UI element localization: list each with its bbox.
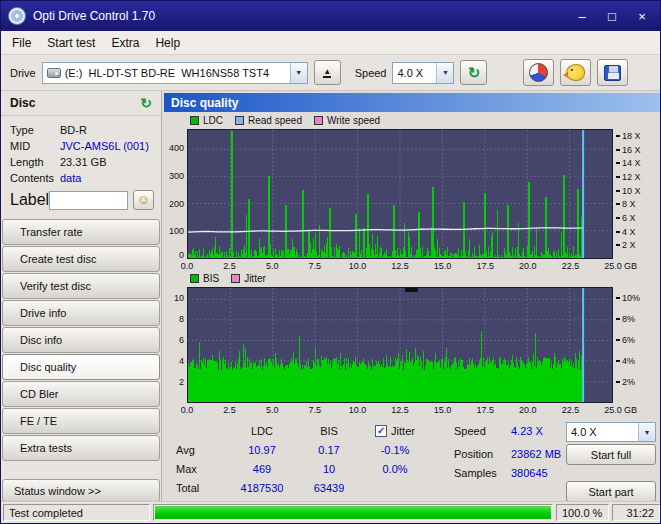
speed-select-bottom-value: 4.0 X: [567, 423, 638, 441]
field-value-contents[interactable]: data: [60, 171, 81, 185]
status-window-button[interactable]: Status window >>: [2, 479, 160, 502]
stat-total-ldc: 4187530: [224, 482, 300, 494]
ldc-swatch-icon: [190, 116, 199, 125]
x-tick-label: 5.0: [266, 405, 279, 415]
panel-title: Disc quality: [164, 93, 660, 112]
field-label: Contents: [10, 171, 60, 185]
sidebar-item-create-test-disc[interactable]: Create test disc: [2, 246, 160, 272]
axis-tick-label: 10 X: [616, 186, 641, 196]
x-tick-label: 20.0: [519, 405, 537, 415]
menu-extra[interactable]: Extra: [103, 32, 147, 54]
menubar: FileStart testExtraHelp: [1, 31, 660, 55]
disc-panel-title: Disc: [10, 96, 140, 110]
chart2: 108642 10%8%6%4%2%: [162, 287, 661, 403]
menu-start-test[interactable]: Start test: [39, 32, 103, 54]
maximize-button[interactable]: □: [597, 4, 627, 28]
samples-value: 380645: [511, 467, 548, 479]
stat-total-bis: 63439: [300, 482, 358, 494]
field-label: Type: [10, 123, 60, 137]
axis-tick-label: 400: [169, 143, 184, 153]
axis-tick-label: 10%: [616, 293, 640, 303]
chart2-right-axis: 10%8%6%4%2%: [614, 287, 661, 403]
menu-help[interactable]: Help: [147, 32, 188, 54]
x-tick-label: 17.5: [476, 261, 494, 271]
x-tick-label: 12.5: [391, 405, 409, 415]
sidebar-item-extra-tests[interactable]: Extra tests: [2, 435, 160, 461]
drive-label: Drive: [10, 67, 36, 79]
speed-select-bottom[interactable]: 4.0 X ▼: [566, 422, 656, 442]
sidebar-item-cd-bler[interactable]: CD Bler: [2, 381, 160, 407]
field-value-type: BD-R: [60, 123, 87, 137]
stat-avg-jitter: -0.1%: [358, 444, 432, 456]
eject-icon: ▲: [323, 68, 331, 78]
x-tick-label: 15.0: [434, 405, 452, 415]
x-tick-label: 20.0: [519, 261, 537, 271]
chart1-svg: [188, 130, 612, 258]
chevron-down-icon[interactable]: ▼: [290, 63, 307, 83]
jitter-toggle[interactable]: ✓Jitter: [358, 425, 432, 437]
legend-label: LDC: [203, 115, 223, 126]
stats-table: LDCBIS✓JitterAvg10.970.17-0.1%Max469100.…: [176, 421, 432, 497]
position-value: 23862 MB: [511, 448, 561, 460]
disc-label-row: Label ☺: [1, 190, 161, 210]
stats-panel: LDCBIS✓JitterAvg10.970.17-0.1%Max469100.…: [162, 421, 661, 503]
eject-button[interactable]: ▲: [314, 60, 341, 85]
disc-refresh-icon[interactable]: ↻: [140, 95, 152, 111]
axis-tick-label: 4: [179, 356, 184, 366]
field-label: MID: [10, 139, 60, 153]
speed-label: Speed: [355, 67, 387, 79]
x-tick-label: 22.5: [562, 261, 580, 271]
x-tick-label: 7.5: [309, 261, 322, 271]
mascot-tool-button[interactable]: [560, 59, 591, 86]
sidebar-item-disc-quality[interactable]: Disc quality: [2, 354, 160, 380]
chevron-down-icon[interactable]: ▼: [436, 63, 453, 83]
main-panel: Disc quality LDCRead speedWrite speed 40…: [162, 91, 661, 503]
smiley-icon-button[interactable]: ☺: [133, 190, 154, 210]
chevron-down-icon[interactable]: ▼: [638, 423, 655, 441]
sidebar-item-fe-te[interactable]: FE / TE: [2, 408, 160, 434]
start-part-button[interactable]: Start part: [566, 481, 656, 502]
disc-label-input[interactable]: [49, 191, 128, 210]
stat-row-label-total: Total: [176, 482, 224, 494]
disc-panel-header: Disc ↻: [1, 91, 161, 116]
legend-item-bis: BIS: [190, 273, 219, 284]
drive-icon: [47, 68, 61, 78]
chart2-x-axis: 0.02.55.07.510.012.515.017.520.022.525.0…: [187, 405, 657, 417]
axis-tick-label: 8: [179, 314, 184, 324]
refresh-button[interactable]: ↻: [460, 60, 487, 85]
disc-quality-tool-button[interactable]: [523, 59, 554, 86]
jitter-label: Jitter: [391, 425, 415, 437]
close-button[interactable]: ×: [627, 4, 657, 28]
disc-field-mid: MIDJVC-AMS6L (001): [1, 138, 161, 154]
x-tick-label: 25.0: [604, 261, 622, 271]
sidebar-item-transfer-rate[interactable]: Transfer rate: [2, 219, 160, 245]
start-full-button[interactable]: Start full: [566, 444, 656, 465]
x-unit-label: GB: [624, 405, 637, 415]
menu-file[interactable]: File: [4, 32, 39, 54]
disc-field-length: Length23.31 GB: [1, 154, 161, 170]
x-tick-label: 10.0: [349, 405, 367, 415]
jitter-checkbox[interactable]: ✓: [375, 425, 387, 437]
axis-tick-label: 10: [174, 293, 184, 303]
legend-item-jitter: Jitter: [231, 273, 266, 284]
status-bar: Test completed 100.0 % 31:22: [1, 501, 661, 523]
drive-select[interactable]: (E:) HL-DT-ST BD-RE WH16NS58 TST4 ▼: [42, 62, 308, 84]
chart2-svg: [188, 288, 612, 402]
stats-col-ldc: LDC: [224, 425, 300, 437]
speed-select[interactable]: 4.0 X ▼: [392, 62, 454, 84]
x-tick-label: 0.0: [181, 261, 194, 271]
minimize-button[interactable]: –: [567, 4, 597, 28]
title-bar[interactable]: Opti Drive Control 1.70 – □ ×: [1, 1, 660, 31]
pie-chart-icon: [529, 63, 548, 82]
sidebar-item-drive-info[interactable]: Drive info: [2, 300, 160, 326]
sidebar-item-verify-test-disc[interactable]: Verify test disc: [2, 273, 160, 299]
x-tick-label: 25.0: [604, 405, 622, 415]
axis-tick-label: 2 X: [616, 240, 636, 250]
sidebar-item-disc-info[interactable]: Disc info: [2, 327, 160, 353]
refresh-icon: ↻: [468, 65, 481, 80]
chart1: 4003002001000 18 X16 X14 X12 X10 X8 X6 X…: [162, 129, 661, 259]
axis-tick-label: 14 X: [616, 158, 641, 168]
stat-max-ldc: 469: [224, 463, 300, 475]
axis-tick-label: 4 X: [616, 227, 636, 237]
save-tool-button[interactable]: [597, 59, 628, 86]
